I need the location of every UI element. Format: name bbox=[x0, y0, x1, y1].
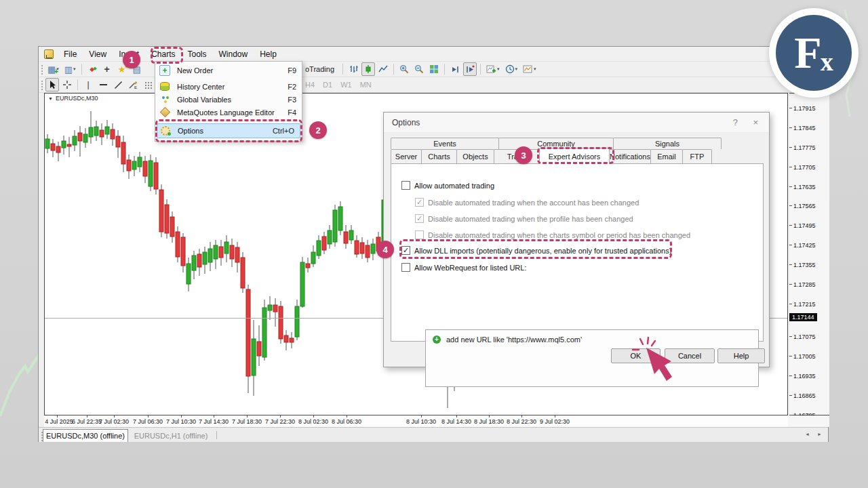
menu-item-label: New Order bbox=[177, 66, 213, 75]
timeframe-d1[interactable]: D1 bbox=[319, 81, 336, 89]
checkbox-row-allow-dll-imports-potentially-[interactable]: ✓Allow DLL imports (potentially dangerou… bbox=[401, 246, 671, 255]
templates-button[interactable]: ▾ bbox=[521, 62, 538, 76]
screenshot-canvas: FileViewInsertChartsToolsWindowHelp ▦▾ ▥… bbox=[0, 0, 868, 488]
grid-dots-icon bbox=[144, 81, 152, 89]
favorites-button[interactable]: ★ bbox=[115, 62, 129, 76]
chart-tab-eurusdc-h1-offline[interactable]: EURUSDc,H1 (offline) bbox=[130, 429, 212, 442]
menu-item-new-order[interactable]: New OrderF9 bbox=[155, 63, 302, 77]
tab-events[interactable]: Events bbox=[391, 138, 499, 149]
checkbox[interactable]: ✓ bbox=[415, 214, 424, 223]
checkbox[interactable]: ✓ bbox=[415, 198, 424, 207]
checkbox-row-disable-automated-trading-when[interactable]: ✓Disable automated trading when the prof… bbox=[415, 214, 633, 223]
cursor-tool-button[interactable] bbox=[45, 78, 59, 92]
time-label: 7 Jul 02:30 bbox=[99, 418, 129, 425]
cancel-button[interactable]: Cancel bbox=[665, 348, 715, 363]
pencil-draw-icon: E bbox=[128, 80, 138, 89]
menu-file[interactable]: File bbox=[58, 48, 83, 60]
tab-expert-advisors[interactable]: Expert Advisors bbox=[539, 148, 610, 164]
zoom-out-button[interactable] bbox=[412, 62, 426, 76]
tab-email[interactable]: Email bbox=[650, 149, 683, 163]
bar-chart-button[interactable] bbox=[347, 62, 360, 76]
favorites-star-icon: ★ bbox=[118, 65, 126, 74]
menu-tools[interactable]: Tools bbox=[182, 48, 213, 60]
crosshair-button[interactable]: + bbox=[100, 62, 114, 76]
time-label: 8 Jul 06:30 bbox=[332, 418, 361, 425]
crosshair-tool-button[interactable] bbox=[60, 78, 74, 92]
menu-charts[interactable]: Charts bbox=[145, 48, 181, 60]
price-label: 1.17775 bbox=[793, 144, 816, 151]
new-chart-button[interactable]: ▦▾ bbox=[45, 62, 61, 76]
trendline-icon bbox=[114, 81, 123, 89]
menu-insert[interactable]: Insert bbox=[113, 48, 145, 60]
market-watch-button[interactable]: ▤ bbox=[130, 62, 144, 76]
equidistant-channel-tool-button[interactable]: E bbox=[126, 78, 140, 92]
menu-item-metaquotes-language-editor[interactable]: MetaQuotes Language EditorF4 bbox=[155, 106, 302, 119]
new-chart-icon: ▦ bbox=[47, 65, 56, 74]
tab-scroll-left-icon[interactable] bbox=[805, 432, 810, 436]
indicators-button[interactable]: ▾ bbox=[484, 62, 502, 76]
horizontal-line-icon bbox=[100, 84, 107, 85]
menu-view[interactable]: View bbox=[83, 48, 113, 60]
history-center-icon bbox=[159, 81, 170, 92]
ok-button[interactable]: OK bbox=[611, 348, 660, 363]
cursor-icon bbox=[48, 80, 57, 89]
tab-signals[interactable]: Signals bbox=[613, 138, 722, 149]
dialog-title-bar[interactable]: Options ? × bbox=[384, 113, 769, 133]
profiles-button[interactable]: ▥▾ bbox=[62, 62, 78, 76]
vertical-line-tool-button[interactable]: | bbox=[81, 78, 95, 92]
chart-tab-eurusdc-m30-offline[interactable]: EURUSDc,M30 (offline) bbox=[43, 429, 128, 442]
autotrading-button[interactable]: oTrading bbox=[300, 62, 339, 76]
checkbox[interactable]: ✓ bbox=[401, 246, 410, 255]
tab-ftp[interactable]: FTP bbox=[682, 149, 712, 163]
svg-text:E: E bbox=[134, 85, 137, 89]
time-label: 7 Jul 10:30 bbox=[166, 418, 196, 425]
line-chart-button[interactable] bbox=[376, 62, 390, 76]
checkbox-label: Disable automated trading when the accou… bbox=[428, 199, 639, 207]
dialog-help-icon[interactable]: ? bbox=[733, 117, 738, 127]
zoom-in-icon bbox=[399, 64, 409, 74]
checkbox[interactable] bbox=[415, 230, 424, 239]
tab-scroll-right-icon[interactable] bbox=[817, 432, 822, 436]
horizontal-line-tool-button[interactable] bbox=[96, 78, 110, 92]
candlestick-chart-button[interactable] bbox=[361, 62, 375, 76]
tab-charts[interactable]: Charts bbox=[421, 149, 457, 163]
price-label: 1.17705 bbox=[793, 164, 816, 171]
menu-window[interactable]: Window bbox=[213, 48, 254, 60]
auto-scroll-button[interactable] bbox=[448, 62, 462, 76]
timeframe-w1[interactable]: W1 bbox=[337, 81, 355, 89]
time-tick bbox=[57, 415, 58, 418]
chart-shift-button[interactable] bbox=[463, 62, 477, 76]
checkbox-row-allow-webrequest-for-listed-ur[interactable]: Allow WebRequest for listed URL: bbox=[401, 263, 526, 272]
symbols-button[interactable]: ◆ bbox=[85, 62, 99, 76]
menu-item-global-variables[interactable]: Global VariablesF3 bbox=[155, 93, 302, 106]
checkbox-row-disable-automated-trading-when[interactable]: Disable automated trading when the chart… bbox=[415, 230, 690, 239]
timeframe-h4[interactable]: H4 bbox=[302, 81, 318, 89]
tab-objects[interactable]: Objects bbox=[456, 149, 494, 163]
zoom-in-button[interactable] bbox=[397, 62, 411, 76]
checkbox-row-disable-automated-trading-when[interactable]: ✓Disable automated trading when the acco… bbox=[415, 198, 639, 207]
tab-trade[interactable]: Trade bbox=[494, 149, 540, 163]
menu-item-options[interactable]: OptionsCtrl+O bbox=[157, 123, 300, 138]
time-axis[interactable]: 4 Jul 20256 Jul 22:357 Jul 02:307 Jul 06… bbox=[44, 415, 788, 427]
checkbox-row-allow-automated-trading[interactable]: Allow automated trading bbox=[401, 181, 494, 190]
url-list-item[interactable]: + add new URL like 'https://www.mql5.com… bbox=[433, 336, 582, 344]
price-label: 1.17845 bbox=[793, 125, 816, 131]
auto-scroll-icon bbox=[450, 64, 460, 74]
menu-item-history-center[interactable]: History CenterF2 bbox=[155, 80, 302, 93]
tile-windows-button[interactable] bbox=[427, 62, 441, 76]
dialog-close-icon[interactable]: × bbox=[753, 117, 758, 127]
menu-help[interactable]: Help bbox=[254, 48, 283, 60]
price-label: 1.17495 bbox=[793, 222, 816, 229]
checkbox[interactable] bbox=[401, 263, 410, 272]
tab-notifications[interactable]: Notifications bbox=[609, 149, 651, 163]
more-tools-button[interactable] bbox=[141, 78, 155, 92]
price-label: 1.16865 bbox=[793, 392, 816, 399]
help-button[interactable]: Help bbox=[717, 348, 765, 363]
timeframe-mn[interactable]: MN bbox=[357, 81, 375, 89]
price-axis[interactable]: 1.179151.178451.177751.177051.176351.175… bbox=[789, 93, 829, 415]
trendline-tool-button[interactable] bbox=[111, 78, 125, 92]
periods-button[interactable]: ▾ bbox=[503, 62, 520, 76]
checkbox[interactable] bbox=[401, 181, 410, 190]
tab-server[interactable]: Server bbox=[391, 149, 422, 163]
time-tick bbox=[148, 415, 149, 418]
